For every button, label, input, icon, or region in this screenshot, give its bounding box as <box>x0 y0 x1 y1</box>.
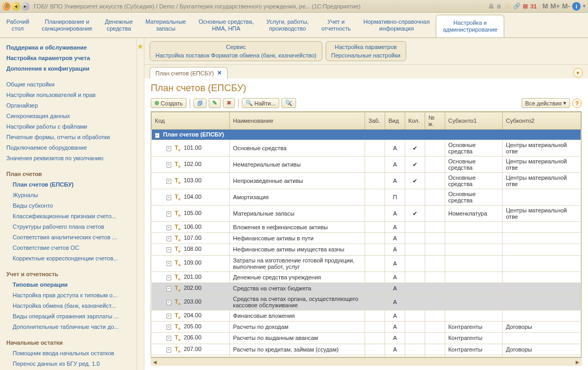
m-minus-button[interactable]: M- <box>562 2 570 10</box>
nav-tab-settings[interactable]: Настройка и администрирование <box>436 15 504 37</box>
sidebar-link[interactable]: Дополнительные табличные части до... <box>6 322 136 332</box>
table-row[interactable]: + Tо 203.00Средства на счетах органа, ос… <box>152 294 581 310</box>
sidebar-link[interactable]: Структуры рабочего плана счетов <box>6 221 136 232</box>
nav-forward-icon[interactable]: ► <box>21 2 30 11</box>
grid-group-row[interactable]: − План счетов (ЕПСБУ) <box>152 130 581 140</box>
table-row[interactable]: + Tо 109.00Затраты на изготовление готов… <box>152 255 581 271</box>
sidebar-link[interactable]: Виды субконто <box>6 200 136 211</box>
m-button[interactable]: M <box>543 2 548 10</box>
create-button[interactable]: ⊕Создать <box>151 98 187 108</box>
col-header-kol[interactable]: Кол. <box>405 112 425 130</box>
nav-tab-services[interactable]: Услуги, работы, производство <box>260 13 315 37</box>
page-title: План счетов (ЕПСБУ) <box>151 83 582 94</box>
table-row[interactable]: + Tо 204.00Финансовые вложенияА <box>152 310 581 321</box>
sidebar-link[interactable]: Корректные корреспонденции счетов... <box>6 253 136 264</box>
app-logo-icon[interactable]: ⓔ <box>2 2 11 11</box>
sidebar-handle[interactable]: ★ <box>137 38 144 370</box>
table-row[interactable]: + Tо 106.00Вложения в нефинансовые актив… <box>152 222 581 233</box>
toolbar: ⊕Создать 🗐 ✎ ✖ 🔍Найти... 🔍̸ Все действия… <box>151 98 582 108</box>
copy-button[interactable]: 🗐 <box>193 99 207 108</box>
calc-icon[interactable]: ▦ <box>523 3 528 9</box>
close-icon[interactable]: ✕ <box>217 70 222 76</box>
sidebar-link[interactable]: Настройки пользователей и прав <box>6 90 136 100</box>
table-row[interactable]: + Tо 108.00Нефинансовые активы имущества… <box>152 244 581 255</box>
nav-tab-desktop[interactable]: Рабочий стол <box>0 13 35 37</box>
sidebar-link[interactable]: Поддержка и обслуживание <box>6 42 136 53</box>
horizontal-scrollbar[interactable]: ◄ ► <box>151 357 582 366</box>
table-row[interactable]: + Tо 107.00Нефинансовые активы в путиА <box>152 233 581 244</box>
sidebar-link[interactable]: Типовые операции <box>6 279 136 290</box>
find-button[interactable]: 🔍Найти... <box>242 98 280 108</box>
table-row[interactable]: + Tо 101.00Основные средстваА✔Основные с… <box>152 140 581 157</box>
col-header-nzh[interactable]: № ж. <box>425 112 445 130</box>
service-box-1[interactable]: Сервис Настройка поставок Форматов обмен… <box>150 41 322 61</box>
sidebar-link[interactable]: Настройка обмена (банк, казначейст... <box>6 300 136 311</box>
nav-tab-reference[interactable]: Нормативно-справочная информация <box>357 13 436 37</box>
nav-tab-money[interactable]: Денежные средства <box>99 13 139 37</box>
nav-tab-planning[interactable]: Планирование и санкционирование <box>35 13 99 37</box>
print-icon[interactable]: 🖶 <box>488 3 494 9</box>
m-plus-button[interactable]: M+ <box>550 2 560 10</box>
service-box-2[interactable]: Настройка параметров Персональные настро… <box>326 41 406 61</box>
search-icon: 🔍 <box>246 100 253 106</box>
table-row[interactable]: + Tо 103.00Непроизведенные активыА✔Основ… <box>152 173 581 189</box>
grid-header-row: Код Наименование Заб. Вид Кол. № ж. Субк… <box>152 112 581 130</box>
document-tab[interactable]: План счетов (ЕПСБУ) ✕ <box>150 67 228 79</box>
table-row[interactable]: + Tо 207.00Расчеты по кредитам, займам (… <box>152 344 581 355</box>
col-header-sub2[interactable]: Субконто2 <box>503 112 581 130</box>
sidebar-link-active[interactable]: План счетов (ЕПСБУ) <box>6 179 136 190</box>
service-box-sub[interactable]: Персональные настройки <box>331 51 400 60</box>
dropdown-icon[interactable]: ▾ <box>583 3 586 9</box>
preview-icon[interactable]: 🗎 <box>496 3 502 9</box>
table-row[interactable]: + Tо 208.00Расчеты с подотчетными лицами… <box>152 355 581 357</box>
sidebar-link[interactable]: Соответствия аналитических счетов ... <box>6 232 136 242</box>
nav-tab-assets[interactable]: Основные средства, НМА, НПА <box>192 13 260 37</box>
table-row[interactable]: + Tо 201.00Денежные средства учрежденияА <box>152 271 581 283</box>
nav-back-icon[interactable]: ◄ <box>12 2 20 11</box>
link-icon[interactable]: 🔗 <box>513 3 521 9</box>
col-header-vid[interactable]: Вид <box>385 112 405 130</box>
info-icon[interactable]: i <box>572 2 581 11</box>
sidebar-link[interactable]: Помощник ввода начальных остатков <box>6 348 136 358</box>
scroll-left-icon[interactable]: ◄ <box>151 359 159 365</box>
table-row[interactable]: + Tо 206.00Расчеты по выданным авансамАК… <box>152 333 581 344</box>
grid[interactable]: Код Наименование Заб. Вид Кол. № ж. Субк… <box>151 111 582 357</box>
col-header-zab[interactable]: Заб. <box>365 112 385 130</box>
sidebar-link[interactable]: Классификационные признаки счето... <box>6 211 136 221</box>
nav-tab-accounting[interactable]: Учет и отчетность <box>315 13 357 37</box>
sidebar-link[interactable]: Настройка параметров учета <box>6 53 136 63</box>
sidebar-link[interactable]: Печатные формы, отчеты и обработки <box>6 132 136 142</box>
table-row[interactable]: + Tо 202.00Средства на счетах бюджетаА <box>152 283 581 294</box>
delete-button[interactable]: ✖ <box>223 98 235 108</box>
table-row[interactable]: + Tо 102.00Нематериальные активыА✔Основн… <box>152 157 581 173</box>
sidebar-link[interactable]: Общие настройки <box>6 79 136 90</box>
col-header-code[interactable]: Код <box>152 112 230 130</box>
nav-tab-materials[interactable]: Материальные запасы <box>139 13 192 37</box>
sidebar-link[interactable]: Подключаемое оборудование <box>6 142 136 153</box>
service-box-sub[interactable]: Настройка поставок Форматов обмена (банк… <box>155 51 317 60</box>
sidebar-link[interactable]: Настройки работы с файлами <box>6 121 136 132</box>
col-header-sub1[interactable]: Субконто1 <box>445 112 503 130</box>
clear-search-button[interactable]: 🔍̸ <box>281 98 296 108</box>
favorite-icon[interactable]: ☆ <box>504 2 511 11</box>
sidebar-link[interactable]: Значения реквизитов по умолчанию <box>6 153 136 163</box>
table-row[interactable]: + Tо 205.00Расчеты по доходамАКонтрагент… <box>152 322 581 333</box>
table-row[interactable]: + Tо 105.00Материальные запасыА✔Номенкла… <box>152 206 581 222</box>
star-icon[interactable]: ★ <box>137 42 144 51</box>
sidebar-link[interactable]: Органайзер <box>6 100 136 111</box>
col-header-name[interactable]: Наименование <box>230 112 365 130</box>
sidebar-link[interactable]: Настройка прав доступа к типовым о... <box>6 290 136 300</box>
sidebar-link[interactable]: Виды операций отражения зарплаты ... <box>6 311 136 322</box>
sidebar-link[interactable]: Журналы <box>6 190 136 200</box>
sidebar-link[interactable]: Синхронизация данных <box>6 111 136 121</box>
calendar-icon[interactable]: 31 <box>530 3 536 9</box>
sidebar-link[interactable]: Соответствие счетов ОС <box>6 242 136 253</box>
sidebar-link[interactable]: Дополнения к конфигурации <box>6 63 136 74</box>
expand-icon[interactable]: ▾ <box>573 68 583 77</box>
edit-button[interactable]: ✎ <box>209 98 221 108</box>
help-icon[interactable]: ? <box>572 99 582 108</box>
sidebar-link[interactable]: Перенос данных из БГУ ред. 1.0 <box>6 358 136 369</box>
table-row[interactable]: + Tо 104.00АмортизацияПОсновные средства <box>152 189 581 206</box>
all-actions-button[interactable]: Все действия ▾ <box>522 98 570 108</box>
scroll-right-icon[interactable]: ► <box>573 359 582 365</box>
